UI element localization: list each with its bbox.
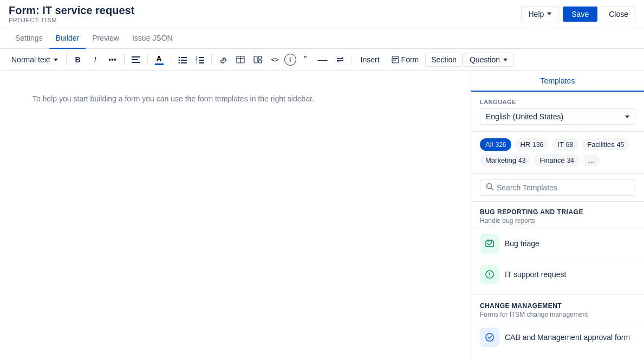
svg-rect-20 [258, 60, 262, 63]
help-button[interactable]: Help [521, 6, 558, 22]
svg-rect-1 [132, 59, 138, 60]
tab-preview[interactable]: Preview [86, 28, 126, 49]
sidebar-tab-templates[interactable]: Templates [471, 71, 644, 92]
template-item-cab-approval[interactable]: CAB and Management approval form [471, 322, 644, 352]
tag-finance[interactable]: Finance 34 [534, 154, 580, 166]
search-input[interactable] [497, 183, 629, 192]
chevron-down-icon [547, 12, 551, 15]
main-layout: To help you start building a form you ca… [0, 71, 644, 359]
question-button[interactable]: Question [464, 53, 513, 67]
form-title-section: Form: IT service request PROJECT: ITSM [9, 4, 134, 23]
search-area [471, 174, 644, 202]
template-item-it-support[interactable]: IT support request [471, 259, 644, 290]
tag-all[interactable]: All 326 [480, 138, 511, 151]
divider-button[interactable]: — [315, 52, 331, 67]
template-groups: BUG REPORTING AND TRIAGE Handle bug repo… [471, 202, 644, 352]
tag-more[interactable]: ... [583, 154, 600, 166]
chevron-down-icon [503, 59, 508, 61]
code-button[interactable]: <> [267, 52, 283, 67]
layout-button[interactable] [250, 52, 266, 67]
filter-tags: All 326 HR 136 IT 68 Facilities 45 Marke… [471, 132, 644, 174]
svg-text:3.: 3. [196, 61, 198, 63]
template-item-label: CAB and Management approval form [505, 333, 630, 342]
tag-hr[interactable]: HR 136 [515, 138, 549, 151]
svg-rect-6 [181, 60, 187, 61]
link-button[interactable] [215, 52, 231, 67]
svg-rect-12 [199, 60, 204, 61]
toolbar-separator [171, 54, 171, 65]
search-input-wrap [480, 179, 635, 196]
svg-rect-10 [199, 57, 204, 58]
italic-button[interactable]: I [87, 52, 103, 67]
save-button[interactable]: Save [563, 7, 597, 22]
section-button[interactable]: Section [425, 53, 463, 67]
template-icon-blue [480, 328, 499, 347]
nav-tabs: Settings Builder Preview Issue JSON [0, 28, 644, 49]
expand-button[interactable] [332, 52, 348, 67]
template-item-label: Bug triage [505, 239, 539, 248]
language-select[interactable]: English (United States) [480, 108, 635, 125]
svg-point-7 [178, 62, 180, 64]
chevron-down-icon [54, 59, 58, 61]
group-title: CHANGE MANAGEMENT [480, 302, 635, 310]
group-subtitle: Forms for ITSM change management [480, 311, 635, 318]
svg-rect-19 [258, 56, 262, 59]
svg-line-27 [491, 188, 493, 190]
language-label: LANGUAGE [480, 99, 635, 105]
sidebar-tabs: Templates [471, 71, 644, 92]
template-icon-green [480, 265, 499, 284]
bold-button[interactable]: B [70, 52, 86, 67]
text-style-select[interactable]: Normal text [6, 53, 63, 67]
tag-marketing[interactable]: Marketing 43 [480, 154, 531, 166]
svg-rect-24 [393, 58, 398, 59]
bullet-list-button[interactable] [174, 52, 191, 67]
toolbar: Normal text B I ••• A 1.2.3. <> i " — In… [0, 49, 644, 71]
more-format-button[interactable]: ••• [105, 52, 121, 67]
editor-placeholder: To help you start building a form you ca… [32, 93, 438, 105]
project-subtitle: PROJECT: ITSM [9, 17, 134, 23]
language-section: LANGUAGE English (United States) [471, 92, 644, 132]
toolbar-separator [66, 54, 67, 65]
group-subtitle: Handle bug reports [480, 217, 635, 225]
table-button[interactable] [232, 52, 249, 67]
template-icon-green [480, 234, 499, 253]
sidebar: Templates LANGUAGE English (United State… [471, 71, 644, 359]
toolbar-separator [124, 54, 125, 65]
insert-button[interactable]: Insert [355, 53, 385, 66]
svg-point-5 [178, 60, 180, 61]
toolbar-separator [147, 54, 148, 65]
info-button[interactable]: i [284, 54, 296, 66]
tab-settings[interactable]: Settings [9, 28, 49, 49]
tab-builder[interactable]: Builder [49, 28, 86, 49]
template-item-bug-triage[interactable]: Bug triage [471, 228, 644, 259]
svg-rect-25 [393, 60, 396, 61]
top-header: Form: IT service request PROJECT: ITSM H… [0, 0, 644, 28]
form-title: Form: IT service request [9, 4, 134, 17]
editor-area[interactable]: To help you start building a form you ca… [0, 71, 471, 359]
quote-button[interactable]: " [297, 52, 314, 67]
search-icon [486, 183, 493, 192]
svg-point-30 [489, 276, 490, 277]
template-item-label: IT support request [505, 270, 566, 279]
svg-point-3 [178, 57, 180, 59]
svg-rect-2 [132, 62, 140, 63]
template-group-change-management: CHANGE MANAGEMENT Forms for ITSM change … [471, 294, 644, 322]
toolbar-separator [211, 54, 212, 65]
tag-facilities[interactable]: Facilities 45 [582, 138, 629, 151]
tab-issue-json[interactable]: Issue JSON [126, 28, 179, 49]
header-actions: Help Save Close [521, 6, 635, 22]
numbered-list-button[interactable]: 1.2.3. [192, 52, 208, 67]
chevron-down-icon [625, 116, 629, 118]
align-button[interactable] [128, 52, 144, 67]
tag-it[interactable]: IT 68 [552, 138, 578, 151]
toolbar-separator [352, 54, 352, 65]
group-title: BUG REPORTING AND TRIAGE [480, 208, 635, 216]
svg-rect-0 [132, 56, 140, 57]
svg-rect-28 [486, 241, 493, 247]
close-button[interactable]: Close [602, 6, 635, 22]
color-indicator [155, 63, 164, 65]
text-color-button[interactable]: A [151, 52, 167, 67]
form-button[interactable]: Form [386, 53, 425, 66]
svg-rect-8 [181, 62, 187, 63]
svg-rect-14 [199, 62, 204, 63]
